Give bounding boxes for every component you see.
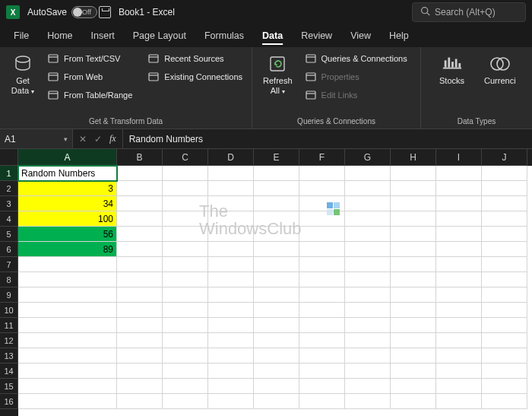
cell-F16[interactable] <box>299 394 345 409</box>
cell-C15[interactable] <box>163 379 208 394</box>
cell-I10[interactable] <box>436 303 482 318</box>
cell-J6[interactable] <box>482 242 527 257</box>
from-from-text-csv[interactable]: From Text/CSV <box>44 50 135 67</box>
cell-G3[interactable] <box>345 196 391 211</box>
cell-B16[interactable] <box>117 394 163 409</box>
cell-H16[interactable] <box>391 394 436 409</box>
cell-C9[interactable] <box>163 287 208 303</box>
name-box-dropdown-icon[interactable]: ▾ <box>64 135 68 143</box>
cell-H2[interactable] <box>391 181 436 196</box>
cell-G13[interactable] <box>345 348 391 364</box>
row-header-4[interactable]: 4 <box>0 211 18 227</box>
cell-E13[interactable] <box>254 348 299 364</box>
cell-H7[interactable] <box>391 257 436 272</box>
cell-A15[interactable] <box>18 379 117 394</box>
cell-H14[interactable] <box>391 364 436 379</box>
cell-G1[interactable] <box>345 166 391 181</box>
cell-I15[interactable] <box>436 379 482 394</box>
cell-E2[interactable] <box>254 181 299 196</box>
fx-icon[interactable]: fx <box>109 133 116 144</box>
cell-E7[interactable] <box>254 257 299 272</box>
cell-I9[interactable] <box>436 287 482 303</box>
cell-D10[interactable] <box>208 303 254 318</box>
cell-G4[interactable] <box>345 211 391 227</box>
cell-G2[interactable] <box>345 181 391 196</box>
cell-F7[interactable] <box>299 257 345 272</box>
cell-H6[interactable] <box>391 242 436 257</box>
cell-G12[interactable] <box>345 333 391 348</box>
cell-D9[interactable] <box>208 287 254 303</box>
cell-F5[interactable] <box>299 227 345 242</box>
cell-D5[interactable] <box>208 227 254 242</box>
cell-B14[interactable] <box>117 364 163 379</box>
cell-A4[interactable]: 100 <box>18 211 117 227</box>
cell-C5[interactable] <box>163 227 208 242</box>
menu-data[interactable]: Data <box>253 26 292 47</box>
cell-G5[interactable] <box>345 227 391 242</box>
src-recent-sources[interactable]: Recent Sources <box>144 50 245 67</box>
col-header-H[interactable]: H <box>391 149 436 166</box>
cell-H9[interactable] <box>391 287 436 303</box>
cell-I5[interactable] <box>436 227 482 242</box>
cell-B13[interactable] <box>117 348 163 364</box>
from-from-web[interactable]: From Web <box>44 68 135 85</box>
cell-I6[interactable] <box>436 242 482 257</box>
from-from-table-range[interactable]: From Table/Range <box>44 87 135 103</box>
cell-A1[interactable]: Random Numbers <box>18 166 117 181</box>
select-all-corner[interactable] <box>0 149 18 166</box>
menu-insert[interactable]: Insert <box>82 26 124 47</box>
cell-H13[interactable] <box>391 348 436 364</box>
cell-B15[interactable] <box>117 379 163 394</box>
cell-B1[interactable] <box>117 166 163 181</box>
cell-D2[interactable] <box>208 181 254 196</box>
menu-home[interactable]: Home <box>38 26 81 47</box>
cell-E16[interactable] <box>254 394 299 409</box>
cell-J11[interactable] <box>482 318 527 333</box>
cell-I11[interactable] <box>436 318 482 333</box>
cell-D11[interactable] <box>208 318 254 333</box>
cell-B6[interactable] <box>117 242 163 257</box>
cell-J8[interactable] <box>482 272 527 287</box>
cell-B7[interactable] <box>117 257 163 272</box>
stocks-button[interactable]: Stocks <box>435 50 469 89</box>
cell-J4[interactable] <box>482 211 527 227</box>
cell-F2[interactable] <box>299 181 345 196</box>
cell-I8[interactable] <box>436 272 482 287</box>
cell-B4[interactable] <box>117 211 163 227</box>
cell-C13[interactable] <box>163 348 208 364</box>
cell-E8[interactable] <box>254 272 299 287</box>
cell-E14[interactable] <box>254 364 299 379</box>
cell-D13[interactable] <box>208 348 254 364</box>
row-header-5[interactable]: 5 <box>0 227 18 242</box>
cell-D4[interactable] <box>208 211 254 227</box>
cell-C2[interactable] <box>163 181 208 196</box>
cell-F10[interactable] <box>299 303 345 318</box>
cell-B11[interactable] <box>117 318 163 333</box>
cell-A6[interactable]: 89 <box>18 242 117 257</box>
cell-G11[interactable] <box>345 318 391 333</box>
cell-D16[interactable] <box>208 394 254 409</box>
cell-D14[interactable] <box>208 364 254 379</box>
cell-I13[interactable] <box>436 348 482 364</box>
row-header-1[interactable]: 1 <box>0 166 18 181</box>
row-header-14[interactable]: 14 <box>0 364 18 379</box>
row-header-13[interactable]: 13 <box>0 348 18 364</box>
cell-G7[interactable] <box>345 257 391 272</box>
cell-D8[interactable] <box>208 272 254 287</box>
cell-J1[interactable] <box>482 166 527 181</box>
cell-J2[interactable] <box>482 181 527 196</box>
row-header-10[interactable]: 10 <box>0 303 18 318</box>
col-header-I[interactable]: I <box>436 149 482 166</box>
cell-A11[interactable] <box>18 318 117 333</box>
row-header-11[interactable]: 11 <box>0 318 18 333</box>
col-header-A[interactable]: A <box>18 149 117 166</box>
col-header-G[interactable]: G <box>345 149 391 166</box>
cell-H5[interactable] <box>391 227 436 242</box>
cell-G14[interactable] <box>345 364 391 379</box>
cell-G16[interactable] <box>345 394 391 409</box>
cell-F14[interactable] <box>299 364 345 379</box>
cell-J15[interactable] <box>482 379 527 394</box>
cell-F8[interactable] <box>299 272 345 287</box>
cell-J10[interactable] <box>482 303 527 318</box>
cell-D1[interactable] <box>208 166 254 181</box>
